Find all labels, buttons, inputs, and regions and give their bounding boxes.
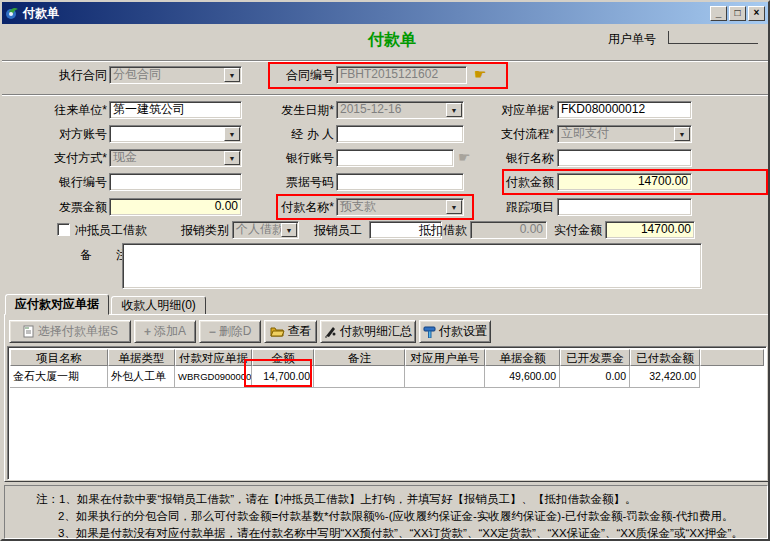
user-doc-no-field[interactable] (668, 31, 758, 44)
cell-doc-amount[interactable]: 49,600.00 (485, 366, 560, 388)
col-header-doc-type[interactable]: 单据类型 (108, 349, 175, 366)
payment-window: 付款单 _ □ × 付款单 用户单号 执行合同 分包合同 ▼ 合同编号 FBHT… (0, 0, 770, 541)
maximize-button[interactable]: □ (729, 6, 746, 21)
payable-docs-table: 项目名称 单据类型 付款对应单据 金额 备注 对应用户单号 单据金额 已开发票金… (7, 346, 767, 480)
bank-no-field[interactable] (109, 173, 242, 191)
reimburse-type-combo[interactable]: 个人借款 ▼ (232, 221, 299, 239)
actual-amount-field[interactable]: 14700.00 (605, 221, 695, 239)
pay-name-label: 付款名称* (252, 198, 334, 216)
cell-invoiced[interactable]: 0.00 (560, 366, 630, 388)
col-header-amount[interactable]: 金额 (252, 349, 314, 366)
minimize-button[interactable]: _ (710, 6, 727, 21)
col-header-doc-amount[interactable]: 单据金额 (485, 349, 560, 366)
partner-unit-label: 往来单位* (22, 101, 107, 119)
add-button[interactable]: + 添加A (134, 320, 196, 343)
notes-panel: 注：1、如果在付款中要“报销员工借款”，请在【冲抵员工借款】上打钩，并填写好【报… (4, 485, 768, 539)
handler-field[interactable] (336, 125, 464, 143)
plus-icon: + (144, 325, 151, 339)
deduct-loan-field[interactable]: 0.00 (470, 221, 547, 239)
view-button[interactable]: 查看 (264, 320, 317, 343)
col-header-pay-ref-doc[interactable]: 付款对应单据 (175, 349, 252, 366)
col-header-paid[interactable]: 已付款金额 (630, 349, 700, 366)
bill-no-label: 票据号码 (252, 173, 334, 191)
folder-icon (270, 326, 285, 338)
note-line-1: 注：1、如果在付款中要“报销员工借款”，请在【冲抵员工借款】上打钩，并填写好【报… (36, 491, 637, 507)
summary-pen-icon (324, 325, 337, 338)
pay-method-combo[interactable]: 现金 ▼ (109, 149, 242, 167)
pay-flow-combo[interactable]: 立即支付 ▼ (557, 125, 692, 143)
divider (2, 94, 770, 96)
chevron-down-icon[interactable]: ▼ (224, 151, 240, 165)
window-title: 付款单 (23, 5, 708, 22)
offset-loan-checkbox[interactable] (57, 223, 70, 236)
bank-name-label: 银行名称 (467, 149, 554, 167)
page-title: 付款单 (332, 29, 452, 51)
bank-account-field[interactable] (336, 149, 454, 167)
chevron-down-icon[interactable]: ▼ (281, 223, 297, 237)
select-payment-doc-button[interactable]: 选择付款单据S (9, 320, 131, 343)
chevron-down-icon[interactable]: ▼ (446, 103, 462, 117)
contract-no-label: 合同编号 (274, 66, 334, 84)
col-header-invoiced[interactable]: 已开发票金额 (560, 349, 630, 366)
contract-lookup-icon[interactable]: ☛ (474, 65, 487, 83)
remark-textarea[interactable] (122, 243, 702, 289)
bank-account-label: 银行账号 (252, 149, 334, 167)
cell-paid[interactable]: 32,420.00 (630, 366, 700, 388)
actual-amount-label: 实付金额 (554, 221, 602, 239)
divider (2, 60, 770, 62)
invoice-amount-field[interactable]: 0.00 (109, 198, 242, 216)
bank-no-label: 银行编号 (22, 173, 107, 191)
pay-amount-label: 付款金额 (467, 173, 554, 191)
titlebar: 付款单 _ □ × (2, 2, 768, 24)
user-doc-no-label: 用户单号 (608, 30, 662, 48)
track-project-field[interactable] (557, 198, 692, 216)
tab-payee-detail[interactable]: 收款人明细(0) (111, 296, 206, 315)
deduct-loan-label: 抵扣借款 (407, 221, 467, 239)
cell-amount[interactable]: 14,700.00 (252, 366, 314, 388)
payment-settings-button[interactable]: 付款设置 (419, 320, 491, 343)
note-line-2: 2、如果执行的分包合同，那么可付款金额=付款基数*付款限额%-(应收履约保证金-… (58, 508, 734, 524)
offset-loan-label: 冲抵员工借款 (75, 221, 153, 239)
reimburse-type-label: 报销类别 (157, 221, 229, 239)
payment-detail-summary-button[interactable]: 付款明细汇总 (320, 320, 416, 343)
cell-user-doc-no[interactable] (405, 366, 485, 388)
counter-account-label: 对方账号 (22, 125, 107, 143)
ref-doc-field[interactable]: FKD080000012 (557, 101, 692, 119)
app-logo-icon (5, 6, 19, 20)
pay-name-combo[interactable]: 预支款 ▼ (336, 198, 464, 216)
occur-date-label: 发生日期* (252, 101, 334, 119)
exec-contract-combo[interactable]: 分包合同 ▼ (109, 66, 242, 84)
minus-icon: − (209, 325, 216, 339)
delete-button[interactable]: − 删除D (199, 320, 261, 343)
cell-doc-type[interactable]: 外包人工单 (108, 366, 175, 388)
cell-remark[interactable] (314, 366, 405, 388)
remark-label: 备 注 (80, 246, 120, 264)
chevron-down-icon[interactable]: ▼ (224, 127, 240, 141)
exec-contract-label: 执行合同 (22, 66, 107, 84)
document-icon (22, 325, 35, 338)
contract-no-field[interactable]: FBHT2015121602 (336, 66, 467, 84)
handler-label: 经 办 人 (252, 125, 334, 143)
counter-account-combo[interactable]: ▼ (109, 125, 242, 143)
col-header-user-doc-no[interactable]: 对应用户单号 (405, 349, 485, 366)
occur-date-combo[interactable]: 2015-12-16 ▼ (336, 101, 464, 119)
chevron-down-icon[interactable]: ▼ (446, 200, 462, 214)
cell-project[interactable]: 金石大厦一期 (10, 366, 108, 388)
chevron-down-icon[interactable]: ▼ (224, 68, 240, 82)
cell-pay-ref-doc[interactable]: WBRGD090000016 (175, 366, 252, 388)
bill-no-field[interactable] (336, 173, 464, 191)
col-header-filler (700, 349, 764, 366)
chevron-down-icon[interactable]: ▼ (674, 127, 690, 141)
note-line-3: 3、如果是付款没有对应付款单据，请在付款名称中写明“XX预付款”、“XX订货款”… (58, 525, 743, 541)
partner-unit-field[interactable]: 第一建筑公司 (109, 101, 242, 119)
tab-payable-documents[interactable]: 应付款对应单据 (5, 294, 109, 315)
pay-amount-field[interactable]: 14700.00 (557, 173, 692, 191)
pay-flow-label: 支付流程* (467, 125, 554, 143)
reimburse-staff-label: 报销员工 (302, 221, 362, 239)
col-header-remark[interactable]: 备注 (314, 349, 405, 366)
close-button[interactable]: × (748, 6, 765, 21)
col-header-project[interactable]: 项目名称 (10, 349, 108, 366)
bank-name-field[interactable] (557, 149, 692, 167)
hammer-icon (423, 325, 436, 338)
pay-method-label: 支付方式* (22, 149, 107, 167)
